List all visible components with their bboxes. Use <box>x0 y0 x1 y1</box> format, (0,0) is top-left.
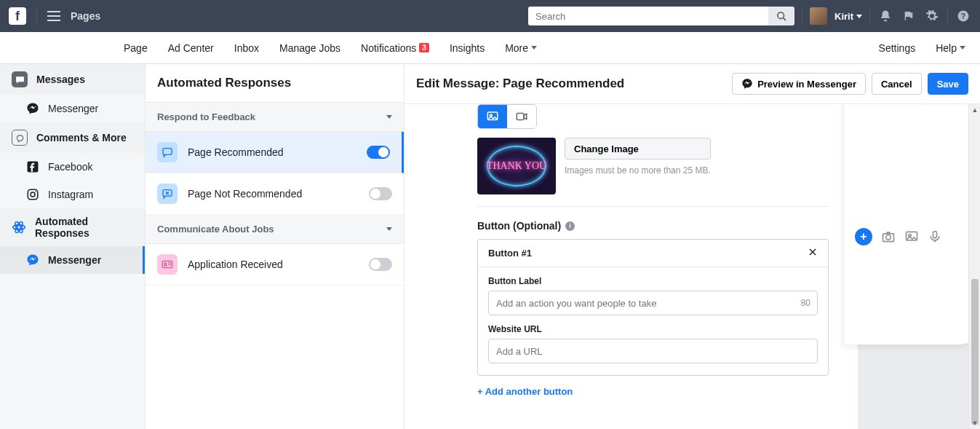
svg-point-7 <box>17 226 21 229</box>
microphone-icon[interactable] <box>928 229 942 244</box>
svg-point-0 <box>778 12 784 19</box>
left-sidebar: Messages Messenger Comments & More Faceb… <box>0 64 146 429</box>
button-1-card: Button #1 Button Label 80 Website URL <box>477 239 829 376</box>
section-jobs[interactable]: Communicate About Jobs <box>146 215 404 244</box>
sidebar-item-automated-responses[interactable]: Automated Responses <box>0 208 145 246</box>
toggle-page-recommended[interactable] <box>367 146 390 159</box>
user-menu[interactable]: Kirit <box>834 11 862 22</box>
image-icon <box>486 110 499 123</box>
phone-mock: + <box>845 104 980 345</box>
close-icon[interactable] <box>808 247 818 259</box>
row-page-recommended[interactable]: Page Recommended <box>146 132 404 173</box>
subnav-insights[interactable]: Insights <box>450 42 485 54</box>
subnav-ad-center[interactable]: Ad Center <box>168 42 214 54</box>
messenger-icon <box>741 78 753 90</box>
svg-point-6 <box>35 191 36 192</box>
sidebar-item-messenger[interactable]: Messenger <box>0 95 145 122</box>
gear-icon[interactable] <box>924 9 940 23</box>
facebook-logo-icon[interactable]: f <box>9 7 26 25</box>
messages-icon <box>12 71 28 87</box>
char-counter: 80 <box>801 298 810 308</box>
button-label-input[interactable] <box>488 291 818 315</box>
flag-icon[interactable] <box>901 10 917 22</box>
scrollbar[interactable]: ▲ ▼ <box>968 104 980 429</box>
responses-title: Automated Responses <box>146 64 404 103</box>
subnav-more[interactable]: More <box>505 42 537 54</box>
caret-down-icon <box>531 46 537 50</box>
notifications-badge: 3 <box>419 43 429 52</box>
notifications-icon[interactable] <box>877 9 893 23</box>
svg-rect-4 <box>28 189 38 200</box>
subnav-inbox[interactable]: Inbox <box>234 42 259 54</box>
toggle-page-not-recommended[interactable] <box>369 187 392 200</box>
svg-rect-17 <box>517 114 524 120</box>
sidebar-item-messenger-automated[interactable]: Messenger <box>0 246 145 274</box>
help-icon[interactable]: ? <box>955 9 971 23</box>
responses-list: Automated Responses Respond to Feedback … <box>146 64 405 429</box>
scroll-down-icon[interactable]: ▼ <box>969 417 980 429</box>
facebook-icon <box>26 160 39 173</box>
editor-panel: Edit Message: Page Recommended Preview i… <box>405 64 980 429</box>
row-page-not-recommended[interactable]: Page Not Recommended <box>146 173 404 215</box>
subnav-page[interactable]: Page <box>124 42 148 54</box>
topbar: f Pages Kirit ? <box>0 0 980 32</box>
sidebar-item-messages[interactable]: Messages <box>0 64 145 95</box>
subnav-manage-jobs[interactable]: Manage Jobs <box>279 42 340 54</box>
preview-in-messenger-button[interactable]: Preview in Messenger <box>732 73 866 95</box>
svg-point-5 <box>31 192 35 197</box>
button-section-label: Button (Optional) i <box>477 220 829 232</box>
caret-down-icon <box>386 227 392 231</box>
image-size-hint: Images must be no more than 25 MB. <box>565 165 711 176</box>
tab-video[interactable] <box>507 105 536 128</box>
subnav-help[interactable]: Help <box>936 42 965 54</box>
svg-rect-11 <box>163 149 172 155</box>
sidebar-item-instagram[interactable]: Instagram <box>0 181 145 208</box>
media-type-tabs <box>477 104 537 129</box>
caret-down-icon <box>856 15 862 18</box>
button-1-title: Button #1 <box>488 248 532 259</box>
automated-icon <box>12 219 26 235</box>
comments-icon <box>12 130 28 146</box>
row-application-received[interactable]: Application Received <box>146 244 404 286</box>
svg-point-14 <box>164 263 167 265</box>
speech-bubble-icon <box>157 142 178 162</box>
hamburger-icon[interactable] <box>47 11 60 21</box>
global-search <box>528 7 794 25</box>
id-card-icon <box>157 254 178 275</box>
add-another-button-link[interactable]: + Add another button <box>477 386 829 397</box>
search-input[interactable] <box>528 7 768 25</box>
subnav: Page Ad Center Inbox Manage Jobs Notific… <box>0 32 980 64</box>
scroll-thumb[interactable] <box>971 279 979 425</box>
svg-rect-22 <box>933 232 937 238</box>
editor-form: THANK YOU Change Image Images must be no… <box>405 104 858 429</box>
messenger-icon <box>26 253 39 267</box>
change-image-button[interactable]: Change Image <box>565 138 711 160</box>
toggle-application-received[interactable] <box>369 258 392 271</box>
info-icon[interactable]: i <box>565 221 575 231</box>
preview-pane: + ▲ ▼ <box>858 104 980 429</box>
cancel-button[interactable]: Cancel <box>872 73 922 95</box>
camera-icon[interactable] <box>881 229 896 244</box>
speech-bubble-x-icon <box>157 184 178 204</box>
search-button[interactable] <box>768 7 794 25</box>
website-url-input[interactable] <box>488 339 818 363</box>
save-button[interactable]: Save <box>928 73 968 95</box>
image-thumbnail: THANK YOU <box>477 138 556 194</box>
caret-down-icon <box>960 46 965 50</box>
video-icon <box>515 110 528 123</box>
sidebar-item-facebook[interactable]: Facebook <box>0 153 145 181</box>
button-label-field-label: Button Label <box>488 276 818 286</box>
search-icon <box>776 11 786 21</box>
gallery-icon[interactable] <box>904 229 919 244</box>
messenger-icon <box>26 102 39 115</box>
url-field-label: Website URL <box>488 324 818 334</box>
avatar[interactable] <box>810 7 827 25</box>
section-respond-feedback[interactable]: Respond to Feedback <box>146 103 404 132</box>
scroll-up-icon[interactable]: ▲ <box>969 104 980 116</box>
topbar-title[interactable]: Pages <box>71 10 100 22</box>
subnav-notifications[interactable]: Notifications3 <box>361 42 429 54</box>
add-attachment-icon[interactable]: + <box>855 228 872 245</box>
sidebar-item-comments[interactable]: Comments & More <box>0 122 145 153</box>
tab-image[interactable] <box>478 105 507 128</box>
subnav-settings[interactable]: Settings <box>879 42 916 54</box>
